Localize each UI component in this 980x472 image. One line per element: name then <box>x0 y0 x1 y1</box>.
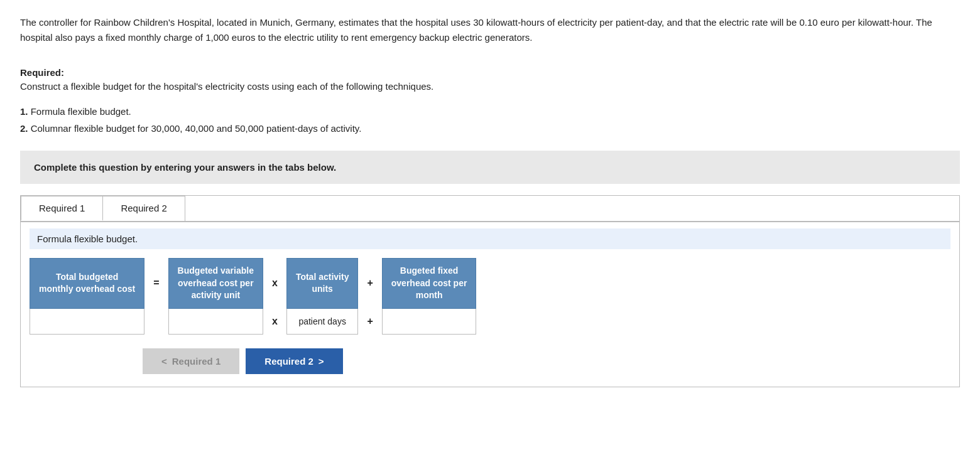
next-chevron-icon: > <box>318 356 324 367</box>
required-description: Construct a flexible budget for the hosp… <box>20 79 960 94</box>
patient-days-label: patient days <box>298 316 346 326</box>
formula-wrapper: Total budgetedmonthly overhead cost = Bu… <box>30 258 950 335</box>
header-total-activity: Total activityunits <box>286 259 358 309</box>
prev-chevron-icon: < <box>161 356 167 367</box>
tab-required-2[interactable]: Required 2 <box>102 196 185 221</box>
header-total-budgeted: Total budgetedmonthly overhead cost <box>30 259 144 309</box>
list-item-2-number: 2. <box>20 123 28 134</box>
header-x: x <box>263 259 286 309</box>
prev-button[interactable]: < Required 1 <box>143 348 239 374</box>
list-item-1-text: Formula flexible budget. <box>31 106 131 117</box>
header-plus: + <box>358 259 382 309</box>
input-variable-cost[interactable] <box>178 314 253 329</box>
input-fixed-cost[interactable] <box>391 314 467 329</box>
nav-buttons: < Required 1 Required 2 > <box>143 348 950 374</box>
header-budgeted-variable: Budgeted variableoverhead cost peractivi… <box>168 259 263 309</box>
tab-required-1[interactable]: Required 1 <box>21 196 103 221</box>
input-fixed-cost-cell[interactable] <box>382 308 476 334</box>
tabs-container: Required 1 Required 2 Formula flexible b… <box>20 195 960 387</box>
next-button-label: Required 2 <box>264 356 313 367</box>
complete-box: Complete this question by entering your … <box>20 151 960 184</box>
input-total-budgeted[interactable] <box>50 314 125 329</box>
list-item-2-text: Columnar flexible budget for 30,000, 40,… <box>31 123 362 134</box>
cell-equals <box>144 308 168 334</box>
next-button[interactable]: Required 2 > <box>246 348 342 374</box>
formula-table: Total budgetedmonthly overhead cost = Bu… <box>30 258 476 335</box>
list-item-2: 2. Columnar flexible budget for 30,000, … <box>20 120 960 137</box>
tab-subtitle: Formula flexible budget. <box>30 228 950 249</box>
list-item-1: 1. Formula flexible budget. <box>20 103 960 120</box>
cell-patient-days: patient days <box>286 308 358 334</box>
header-equals: = <box>144 259 168 309</box>
numbered-list: 1. Formula flexible budget. 2. Columnar … <box>20 103 960 137</box>
cell-plus: + <box>358 308 382 334</box>
input-variable-cost-cell[interactable] <box>168 308 263 334</box>
required-heading: Required: <box>20 67 960 78</box>
cell-x: x <box>263 308 286 334</box>
input-total-budgeted-cell[interactable] <box>30 308 144 334</box>
tab-bar: Required 1 Required 2 <box>21 196 959 222</box>
tab-content: Formula flexible budget. Total budgetedm… <box>21 222 959 387</box>
list-item-1-number: 1. <box>20 106 28 117</box>
intro-paragraph: The controller for Rainbow Children's Ho… <box>20 15 960 45</box>
header-bugeted-fixed: Bugeted fixedoverhead cost permonth <box>382 259 476 309</box>
prev-button-label: Required 1 <box>172 356 221 367</box>
